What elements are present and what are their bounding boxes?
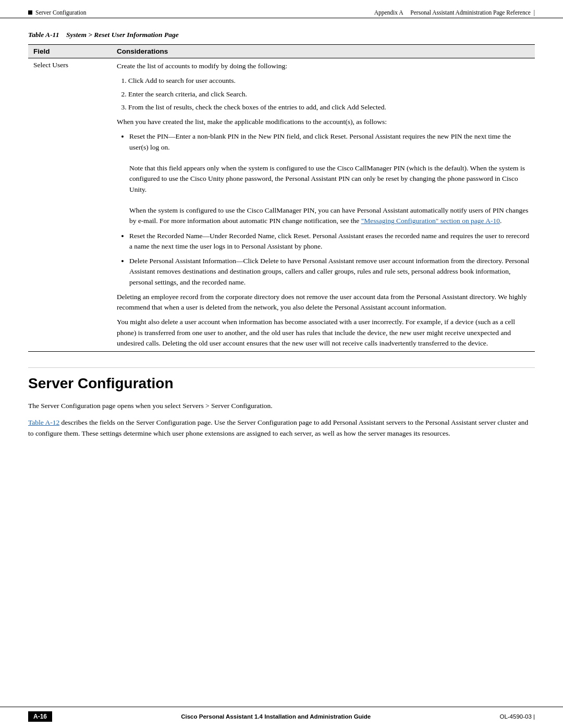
para-you-might-delete: You might also delete a user account whe… [117,317,530,349]
server-config-para2: Table A-12 describes the fields on the S… [28,417,535,439]
server-config-section: Server Configuration The Server Configur… [28,367,535,439]
steps-list: Click Add to search for user accounts. E… [117,76,530,113]
header-right-bar: | [532,9,535,16]
page-footer: A-16 Cisco Personal Assistant 1.4 Instal… [0,707,563,728]
pin-note1: Note that this field appears only when t… [129,164,525,193]
pin-note2-link[interactable]: "Messaging Configuration" section on pag… [361,217,500,225]
table-caption-label: Table A-11 System > Reset User Informati… [28,31,179,39]
page-container: Server Configuration Appendix A Personal… [0,0,563,728]
table-row: Select Users Create the list of accounts… [28,58,535,352]
header-square-icon [28,10,32,15]
data-table: Field Considerations Select Users Create… [28,44,535,352]
footer-left: A-16 [28,711,52,722]
intro-text: Create the list of accounts to modify by… [117,61,530,71]
header-appendix-label: Appendix A [374,9,403,16]
bullet-item-pin: Reset the PIN—Enter a non-blank PIN in t… [129,131,530,226]
list-item: From the list of results, check the chec… [128,102,530,113]
footer-center-text: Cisco Personal Assistant 1.4 Installatio… [63,713,489,720]
field-cell-select-users: Select Users [28,58,112,352]
server-config-para2-rest: describes the fields on the Server Confi… [28,418,528,438]
main-content: Table A-11 System > Reset User Informati… [0,18,563,455]
header-title-text: Personal Assistant Administration Page R… [410,9,531,16]
page-header: Server Configuration Appendix A Personal… [0,0,563,18]
header-left: Server Configuration [28,9,86,16]
header-left-text: Server Configuration [35,9,86,16]
table-header-row: Field Considerations [28,45,535,58]
after-steps-text: When you have created the list, make the… [117,117,530,127]
footer-page-label: A-16 [28,711,52,722]
list-item: Click Add to search for user accounts. [128,76,530,86]
para-deleting-employee: Deleting an employee record from the cor… [117,292,530,313]
col-header-field: Field [28,45,112,58]
server-config-para1: The Server Configuration page opens when… [28,400,535,412]
col-header-considerations: Considerations [112,45,535,58]
table-caption: Table A-11 System > Reset User Informati… [28,31,535,39]
list-item: Enter the search criteria, and click Sea… [128,89,530,100]
section-body: The Server Configuration page opens when… [28,400,535,439]
section-heading-server-config: Server Configuration [28,367,535,392]
footer-right-text: OL-4590-03 | [499,713,535,720]
table-a12-link[interactable]: Table A-12 [28,418,59,426]
considerations-cell-select-users: Create the list of accounts to modify by… [112,58,535,352]
bullet-item-delete-pa: Delete Personal Assistant Information—Cl… [129,256,530,288]
pin-note2-end: . [500,217,501,225]
bullets-list: Reset the PIN—Enter a non-blank PIN in t… [117,131,530,288]
header-separator [405,9,409,16]
header-right: Appendix A Personal Assistant Administra… [374,9,535,16]
bullet-item-recorded-name: Reset the Recorded Name—Under Recorded N… [129,231,530,252]
